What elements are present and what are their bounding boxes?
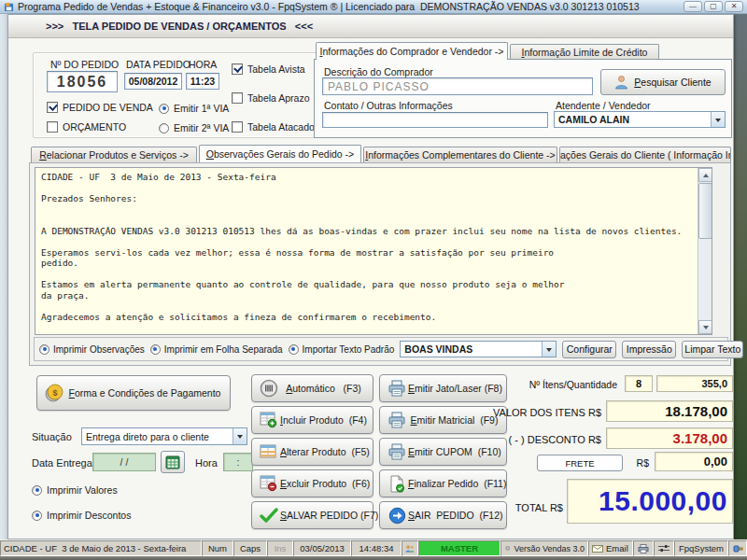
screen: Programa Pedido de Vendas + Estoque & Fi… [0,0,747,560]
texto-padrao-dropdown[interactable]: BOAS VINDAS [400,341,557,357]
vertical-scrollbar[interactable] [698,168,712,334]
desktop-background [734,14,747,539]
exit-arrow-icon [386,507,408,525]
alterar-produto-button[interactable]: Alterar Produto (F5) [251,438,374,466]
data-pedido-label: DATA PEDIDO [126,59,190,70]
sliders-icon[interactable] [654,540,674,556]
valor-itens-value: 18.178,00 [606,400,733,422]
contato-field[interactable] [322,112,548,128]
close-button[interactable]: ✕ [725,1,743,12]
radio-folha-separada[interactable]: Imprimir em Folha Separada [150,344,283,355]
num-itens-value: 8 [625,375,653,392]
desconto-label: ( - ) DESCONTO R$ [429,434,601,445]
chevron-down-icon [233,428,247,444]
observacoes-controls: Imprimir Observações Imprimir em Folha S… [34,337,728,361]
forma-pagamento-button[interactable]: $ Forma e Condições de Pagamento [36,375,231,411]
hora-entrega-field[interactable]: : [223,453,253,471]
atendente-dropdown[interactable]: CAMILO ALAIN [554,111,726,128]
descricao-comprador-label: Descrição do Comprador [324,66,433,77]
coin-icon: $ [43,383,65,403]
scroll-down-icon[interactable] [698,320,712,334]
taskbar-edge [0,556,747,560]
radio-icon [159,123,169,133]
limpar-texto-button[interactable]: Limpar Texto [682,341,743,358]
checkbox-tabela-aprazo[interactable]: Tabela Aprazo [232,92,310,104]
checkbox-icon [232,121,243,133]
buyer-panel: Descrição do Comprador PABLO PICASSO Pes… [314,59,732,138]
tab-informacoes-comprador[interactable]: Informações do Comprador e Vendedor -> [316,42,508,60]
tab-informacoes-complementares[interactable]: Informações Complementares do Cliente -> [363,147,557,162]
observacoes-text: CIDADE - UF 3 de Maio de 2013 - Sexta-fe… [41,172,682,322]
itens-quantidade-label: Nº Ítens/Quantidade [429,379,617,390]
status-versao: Versão Vendas 3.0 [500,540,588,556]
dialog-title: >>> TELA PEDIDO DE VENDAS / ORÇAMENTOS <… [8,21,313,32]
numero-pedido-field[interactable]: 18056 [47,71,118,92]
chevron-down-icon [542,342,556,357]
window-frame-left [0,14,7,539]
status-master: MASTER [418,540,500,556]
hora-pedido-label: HORA [189,59,217,70]
scrollbar-thumb[interactable] [698,183,712,239]
excluir-produto-button[interactable]: Excluir Produto (F6) [251,469,374,497]
situacao-label: Situação [32,431,72,442]
restore-button[interactable]: ▢ [704,1,723,12]
atendente-label: Atendente / Vendedor [556,100,651,111]
status-caps: Caps [233,540,267,556]
printer-icon [386,412,408,428]
impressao-button[interactable]: Impressão [622,341,676,358]
hora-entrega-label: Hora [195,457,218,469]
tab-observacoes-pedido[interactable]: Observações Gerais do Pedido -> [199,145,361,162]
sair-pedido-button[interactable]: SAIR PEDIDO (F12) [379,501,507,529]
incluir-produto-button[interactable]: Incluir Produto (F4) [251,406,374,434]
data-pedido-field[interactable]: 05/08/2012 [124,73,182,90]
configurar-button[interactable]: Configurar [562,341,616,358]
tab-relacionar-produtos[interactable]: Relacionar Produtos e Serviços -> [31,147,197,162]
radio-imprimir-observacoes[interactable]: Imprimir Observações [39,344,145,355]
radio-emitir-1via[interactable]: Emitir 1ª VIA [159,103,229,114]
minimize-button[interactable]: — [684,1,702,12]
total-label: TOTAL R$ [511,502,563,513]
printer-icon [386,443,408,460]
document-check-icon [386,475,408,493]
radio-icon [159,104,169,114]
radio-imprimir-descontos[interactable]: Imprimir Descontos [32,510,131,521]
frete-moeda-label: R$ [630,457,649,469]
key-icon [728,540,747,556]
valor-itens-label: VALOR DOS ITENS R$ [429,407,601,418]
salvar-pedido-button[interactable]: SALVAR PEDIDO (F7) [251,501,374,529]
data-entrega-field[interactable]: / / [92,453,156,471]
tab-limite-credito[interactable]: Informação Limite de Crédito [510,44,659,60]
quantidade-value: 355,0 [656,375,733,392]
radio-importar-texto[interactable]: Importar Texto Padrão [289,344,395,355]
pesquisar-cliente-button[interactable]: Pesquisar Cliente [600,69,726,95]
total-value: 15.000,00 [567,479,733,524]
printer-status-icon[interactable] [633,540,654,556]
checkbox-tabela-avista[interactable]: Tabela Avista [232,63,305,75]
checkbox-pedido-de-venda[interactable]: PEDIDO DE VENDA [47,102,153,113]
radio-icon [289,344,299,355]
status-time: 14:48:34 [351,540,402,556]
observacoes-textarea[interactable]: CIDADE - UF 3 de Maio de 2013 - Sexta-fe… [35,167,712,335]
situacao-dropdown[interactable]: Entrega direto para o cliente [81,427,247,445]
calendar-button[interactable] [161,451,185,473]
title-bar: Programa Pedido de Vendas + Estoque & Fi… [0,0,747,14]
users-icon [402,540,418,556]
descricao-comprador-field[interactable]: PABLO PICASSO [322,77,593,95]
hora-pedido-field[interactable]: 11:23 [186,73,219,90]
status-num: Num [202,540,233,556]
table-edit-icon [258,443,280,460]
radio-emitir-2via[interactable]: Emitir 2ª VIA [159,122,229,133]
radio-imprimir-valores[interactable]: Imprimir Valores [32,484,118,496]
status-email[interactable]: Email [588,540,633,556]
checkbox-tabela-atacado[interactable]: Tabela Atacado [232,121,315,133]
scroll-up-icon[interactable] [698,168,712,182]
checkbox-icon [47,102,58,113]
frete-button[interactable]: FRETE [537,455,623,471]
finalizar-pedido-button[interactable]: Finalizar Pedido (F11) [379,469,507,497]
tab-observacoes-cliente[interactable]: Observações Gerais do Cliente ( Informaç… [559,147,731,162]
pedido-dialog: >>> TELA PEDIDO DE VENDAS / ORÇAMENTOS <… [7,14,734,539]
radio-icon [32,511,42,521]
automatico-button[interactable]: Automático (F3) [251,374,374,402]
checkbox-orcamento[interactable]: ORÇAMENTO [47,121,126,133]
gear-icon [504,544,511,553]
